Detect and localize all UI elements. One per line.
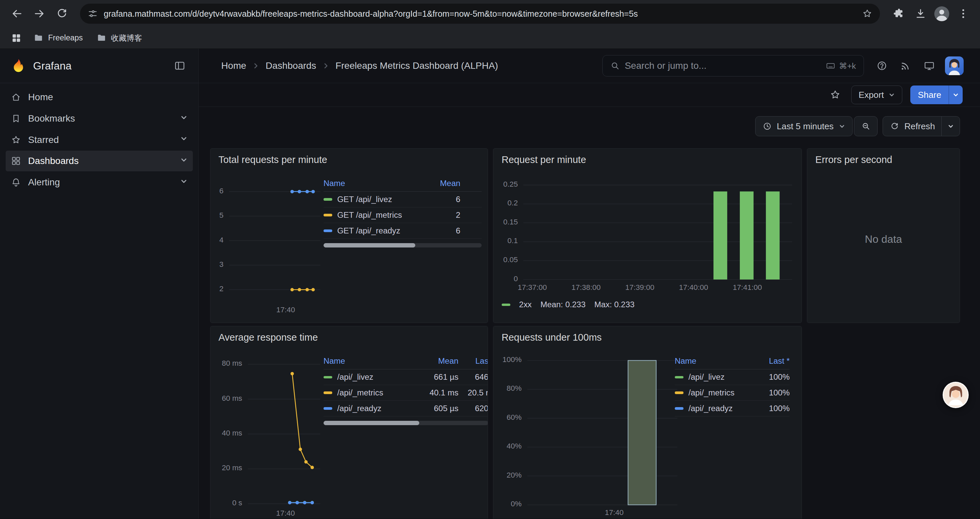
- legend-stat-max: Max: 0.233: [594, 300, 635, 309]
- breadcrumb-dashboards[interactable]: Dashboards: [266, 61, 316, 71]
- legend-row[interactable]: /api/_readyz605 µs620: [323, 401, 488, 417]
- legend-row[interactable]: /api/_readyz100%: [675, 401, 790, 417]
- app-header: Home Dashboards Freeleaps Metrics Dashbo…: [199, 49, 980, 83]
- favorite-star-icon[interactable]: [827, 87, 843, 103]
- legend-row[interactable]: /api/_metrics40.1 ms20.5 r: [323, 385, 488, 401]
- bookmark-star-icon[interactable]: [862, 8, 873, 19]
- sidebar-item-bookmarks[interactable]: Bookmarks: [6, 108, 193, 129]
- bar: [628, 360, 656, 505]
- export-button[interactable]: Export: [851, 86, 902, 104]
- browser-menu-icon[interactable]: [953, 3, 974, 24]
- download-icon[interactable]: [910, 3, 931, 24]
- sidebar-item-alerting[interactable]: Alerting: [6, 172, 193, 193]
- panel-title[interactable]: Average response time: [218, 332, 318, 343]
- legend-table: NameMeanGET /api/_livez6GET /api/_metric…: [323, 175, 482, 248]
- series-name-text: /api/_metrics: [337, 388, 383, 398]
- keyboard-icon: [826, 61, 835, 70]
- share-menu-button[interactable]: [949, 86, 963, 104]
- sidebar-item-home[interactable]: Home: [6, 87, 193, 107]
- panel-title[interactable]: Request per minute: [502, 154, 586, 165]
- series-color-swatch: [323, 376, 332, 378]
- reload-icon[interactable]: [51, 3, 73, 24]
- apps-grid-icon[interactable]: [7, 29, 25, 47]
- panel-title[interactable]: Requests under 100ms: [502, 332, 602, 343]
- legend-header-cell[interactable]: Name: [323, 179, 429, 188]
- chevron-down-icon[interactable]: [180, 156, 188, 166]
- sidebar: Grafana Home Bookmarks Starred: [0, 49, 199, 519]
- url-bar[interactable]: grafana.mathmast.com/d/deytv4rwavabkb/fr…: [80, 4, 880, 24]
- scrollbar-thumb[interactable]: [323, 243, 415, 248]
- legend-header-cell[interactable]: Last *: [757, 356, 789, 366]
- help-icon[interactable]: [871, 55, 892, 77]
- extensions-icon[interactable]: [888, 3, 909, 24]
- scrollbar-thumb[interactable]: [323, 421, 419, 425]
- refresh-icon: [890, 121, 899, 131]
- assistant-avatar[interactable]: [943, 382, 969, 408]
- refresh-interval-button[interactable]: [941, 117, 957, 136]
- time-range-button[interactable]: Last 5 minutes: [755, 116, 853, 136]
- search-placeholder: Search or jump to...: [625, 61, 821, 71]
- legend-header-cell[interactable]: Mean: [429, 179, 460, 188]
- sidebar-nav: Home Bookmarks Starred Dashboards: [0, 83, 199, 196]
- breadcrumb-current: Freeleaps Metrics Dashboard (ALPHA): [336, 61, 498, 71]
- chevron-down-icon[interactable]: [180, 134, 188, 145]
- y-axis-tick-label: 20 ms: [222, 463, 248, 472]
- legend-value: 6: [429, 226, 460, 235]
- bookmark-folder-blogs[interactable]: 收藏博客: [92, 30, 148, 46]
- legend-header-cell[interactable]: Name: [675, 356, 757, 366]
- y-axis-tick-label: 100%: [502, 355, 527, 364]
- legend-value: 100%: [757, 388, 789, 398]
- legend-row[interactable]: GET /api/_metrics2: [323, 208, 482, 223]
- back-icon[interactable]: [6, 3, 28, 24]
- legend-row[interactable]: /api/_livez100%: [675, 369, 790, 385]
- panel-title[interactable]: Total requests per minute: [218, 154, 327, 165]
- forward-icon[interactable]: [29, 3, 50, 24]
- data-point: [298, 190, 301, 193]
- series-line: [292, 374, 312, 467]
- rss-icon[interactable]: [895, 55, 916, 77]
- data-point: [311, 190, 315, 193]
- legend-row[interactable]: /api/_metrics100%: [675, 385, 790, 401]
- data-point: [305, 288, 309, 291]
- main-area: Home Dashboards Freeleaps Metrics Dashbo…: [199, 49, 980, 519]
- monitor-icon[interactable]: [919, 55, 940, 77]
- legend-header-cell[interactable]: Name: [323, 356, 421, 366]
- panel-total-requests: Total requests per minute 6543217:40 Nam…: [210, 148, 488, 323]
- search-input[interactable]: Search or jump to... ⌘+k: [602, 55, 864, 77]
- data-point: [311, 288, 315, 291]
- x-axis-tick-label: 17:40: [605, 508, 624, 517]
- zoom-out-button[interactable]: [854, 116, 878, 136]
- chevron-down-icon: [888, 91, 895, 99]
- legend-scrollbar[interactable]: [323, 243, 482, 248]
- chevron-down-icon: [838, 123, 846, 130]
- chevron-down-icon[interactable]: [180, 113, 188, 124]
- breadcrumb-home[interactable]: Home: [221, 61, 246, 71]
- chevron-down-icon[interactable]: [180, 177, 188, 188]
- legend-table: NameLast */api/_livez100%/api/_metrics10…: [675, 353, 790, 417]
- legend-header-cell[interactable]: Mean: [421, 356, 458, 366]
- sidebar-item-dashboards[interactable]: Dashboards: [6, 151, 193, 171]
- legend-header-cell[interactable]: Las: [458, 356, 488, 366]
- refresh-split-button[interactable]: Refresh: [883, 116, 960, 136]
- y-axis-tick-label: 0: [514, 275, 523, 283]
- dock-sidebar-icon[interactable]: [171, 57, 188, 75]
- data-point: [310, 466, 314, 469]
- panel-request-per-minute: Request per minute 0.250.20.150.10.05017…: [493, 148, 802, 323]
- browser-profile-avatar[interactable]: [934, 6, 950, 22]
- bookmark-folder-freeleaps[interactable]: Freeleaps: [29, 30, 88, 45]
- legend-row[interactable]: GET /api/_readyz6: [323, 223, 482, 239]
- legend-row[interactable]: /api/_livez661 µs646: [323, 369, 488, 385]
- sidebar-item-starred[interactable]: Starred: [6, 129, 193, 150]
- legend-series-name[interactable]: 2xx: [519, 300, 532, 309]
- legend-row[interactable]: GET /api/_livez6: [323, 192, 482, 208]
- legend-scrollbar[interactable]: [323, 421, 488, 425]
- site-settings-icon: [88, 8, 98, 19]
- panel-grid: Total requests per minute 6543217:40 Nam…: [210, 148, 960, 519]
- share-button[interactable]: Share: [910, 86, 949, 104]
- dashboard-actions-row: Export Share: [199, 83, 980, 107]
- legend-header: NameMeanLas: [323, 353, 488, 370]
- panel-title[interactable]: Errors per second: [815, 154, 892, 165]
- y-axis-tick-label: 2: [219, 284, 229, 293]
- user-avatar[interactable]: [945, 56, 964, 75]
- no-data-message: No data: [865, 233, 902, 245]
